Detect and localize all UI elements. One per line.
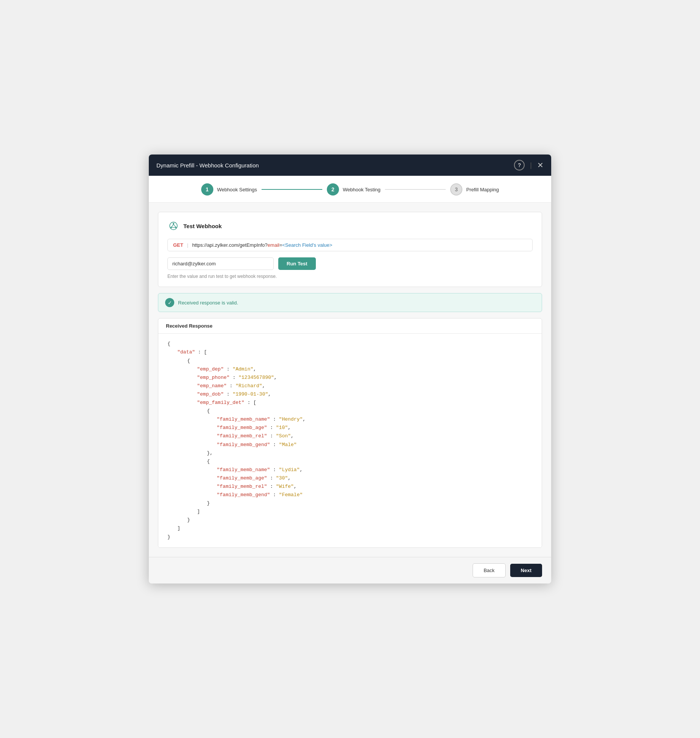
title-bar-right: ? | ✕ [514,160,544,170]
json-line-11: "family_memb_rel" : "Son", [167,432,533,440]
step-1-label: Webhook Settings [217,187,257,192]
json-line-22: ] [167,524,533,533]
json-line-23: } [167,533,533,541]
json-line-7: "emp_family_det" : [ [167,399,533,407]
url-value: <Search Field's value> [282,242,333,248]
step-2-label: Webhook Testing [343,187,380,192]
back-button[interactable]: Back [473,563,506,577]
dialog-title: Dynamic Prefill - Webhook Configuration [156,162,259,169]
url-base: https://api.zylker.com/getEmpInfo? [192,242,268,248]
step-3-circle: 3 [450,183,462,196]
step-2-circle: 2 [327,183,339,196]
dialog: Dynamic Prefill - Webhook Configuration … [149,155,551,583]
success-check-icon: ✓ [165,298,174,307]
json-line-0: { [167,340,533,348]
json-line-12: "family_memb_gend" : "Male" [167,441,533,449]
title-bar-left: Dynamic Prefill - Webhook Configuration [156,162,259,169]
json-line-18: "family_memb_gend" : "Female" [167,491,533,499]
response-header: Received Response [158,319,542,334]
json-line-14: { [167,457,533,466]
run-test-button[interactable]: Run Test [278,257,316,270]
svg-line-4 [173,224,176,227]
json-line-1: "data" : [ [167,348,533,356]
step-3: 3 Prefill Mapping [450,183,499,196]
json-line-9: "family_memb_name" : "Hendry", [167,415,533,424]
json-line-8: { [167,407,533,415]
response-body: { "data" : [ { "emp_dep" : "Admin", "emp… [158,334,542,547]
json-line-16: "family_memb_age" : "30", [167,474,533,483]
title-bar: Dynamic Prefill - Webhook Configuration … [149,155,551,176]
json-line-19: } [167,499,533,508]
content-area: Test Webhook GET | https://api.zylker.co… [149,203,551,557]
json-line-5: "emp_name" : "Richard", [167,382,533,390]
test-email-input[interactable] [167,257,274,270]
json-line-13: }, [167,449,533,457]
connector-2 [385,189,446,190]
step-3-label: Prefill Mapping [466,187,499,192]
connector-1 [262,189,322,190]
url-method: GET [173,242,183,248]
test-row: Run Test [167,257,533,270]
step-1-circle: 1 [201,183,213,196]
success-message: Received response is valid. [178,300,238,306]
stepper: 1 Webhook Settings 2 Webhook Testing 3 P… [149,176,551,203]
close-button[interactable]: ✕ [537,161,544,169]
footer: Back Next [149,557,551,583]
help-button[interactable]: ? [514,160,525,170]
json-line-17: "family_memb_rel" : "Wife", [167,483,533,491]
url-separator: = [279,242,282,248]
section-header: Test Webhook [167,220,533,232]
url-bar: GET | https://api.zylker.com/getEmpInfo?… [167,239,533,251]
next-button[interactable]: Next [510,564,542,577]
json-line-3: "emp_dep" : "Admin", [167,365,533,374]
json-line-2: { [167,357,533,365]
json-line-20: ] [167,508,533,516]
hint-text: Enter the value and run test to get webh… [167,274,533,279]
json-line-15: "family_memb_name" : "Lydia", [167,466,533,474]
svg-point-0 [173,223,174,224]
divider: | [530,161,532,169]
success-banner: ✓ Received response is valid. [158,293,542,312]
webhook-icon [167,220,180,232]
response-card: Received Response { "data" : [ { "emp_de… [158,318,542,547]
svg-line-3 [172,224,173,227]
json-line-21: } [167,516,533,524]
url-param: email [268,242,279,248]
json-line-10: "family_memb_age" : "10", [167,424,533,432]
json-line-6: "emp_dob" : "1990-01-30", [167,390,533,399]
section-title: Test Webhook [183,223,222,229]
json-line-4: "emp_phone" : "1234567890", [167,374,533,382]
url-divider: | [187,242,188,248]
test-webhook-card: Test Webhook GET | https://api.zylker.co… [158,212,542,287]
step-1: 1 Webhook Settings [201,183,257,196]
step-2: 2 Webhook Testing [327,183,380,196]
